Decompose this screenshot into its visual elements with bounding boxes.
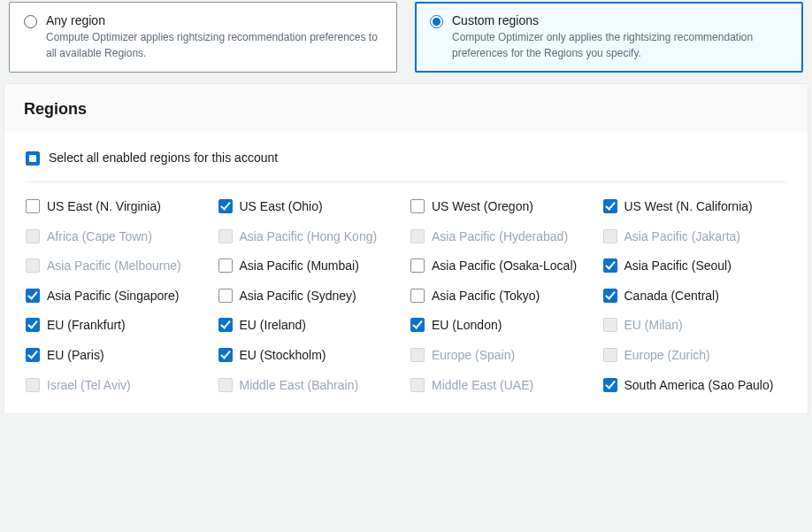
region-checkbox[interactable] xyxy=(218,348,233,362)
region-checkbox[interactable] xyxy=(410,289,425,303)
region-checkbox xyxy=(410,348,425,362)
region-label: Israel (Tel Aviv) xyxy=(47,377,131,395)
region-item[interactable]: EU (Paris) xyxy=(26,347,210,365)
region-checkbox[interactable] xyxy=(603,289,617,303)
region-label: South America (Sao Paulo) xyxy=(624,377,774,395)
regions-body: Select all enabled regions for this acco… xyxy=(4,133,808,413)
region-checkbox[interactable] xyxy=(410,199,425,213)
region-label: US East (Ohio) xyxy=(240,198,323,216)
region-item: Israel (Tel Aviv) xyxy=(26,377,210,395)
region-item: Asia Pacific (Jakarta) xyxy=(603,228,787,246)
region-label: Europe (Zurich) xyxy=(624,347,710,365)
region-checkbox xyxy=(410,229,425,243)
region-label: EU (Paris) xyxy=(47,347,104,365)
region-label: EU (Stockholm) xyxy=(240,347,326,365)
region-label: Asia Pacific (Tokyo) xyxy=(432,288,540,305)
region-item: Asia Pacific (Hong Kong) xyxy=(218,228,402,246)
region-label: Europe (Spain) xyxy=(432,347,515,365)
option-custom-desc: Compute Optimizer only applies the right… xyxy=(452,29,788,61)
region-item[interactable]: Asia Pacific (Mumbai) xyxy=(218,258,402,275)
regions-title: Regions xyxy=(24,100,788,119)
region-item[interactable]: EU (Stockholm) xyxy=(218,347,402,365)
region-checkbox[interactable] xyxy=(603,378,617,392)
region-item: Asia Pacific (Melbourne) xyxy=(26,258,210,275)
select-all-checkbox[interactable] xyxy=(26,151,40,166)
region-checkbox xyxy=(26,229,40,243)
region-checkbox[interactable] xyxy=(218,318,233,332)
region-label: Asia Pacific (Osaka-Local) xyxy=(432,258,577,275)
region-item: EU (Milan) xyxy=(603,317,787,335)
option-any-title: Any region xyxy=(46,13,382,27)
region-label: US West (Oregon) xyxy=(432,198,533,216)
option-custom-regions[interactable]: Custom regions Compute Optimizer only ap… xyxy=(415,2,803,73)
region-checkbox xyxy=(26,258,40,273)
option-custom-text: Custom regions Compute Optimizer only ap… xyxy=(452,13,788,61)
region-item[interactable]: US West (Oregon) xyxy=(410,198,594,216)
region-label: Asia Pacific (Mumbai) xyxy=(240,258,359,275)
region-item[interactable]: South America (Sao Paulo) xyxy=(603,377,787,395)
region-checkbox[interactable] xyxy=(603,199,617,213)
region-checkbox xyxy=(218,229,233,243)
region-checkbox[interactable] xyxy=(218,258,233,273)
radio-custom-regions[interactable] xyxy=(430,15,443,28)
region-label: US East (N. Virginia) xyxy=(47,198,161,216)
region-checkbox xyxy=(218,378,233,392)
region-label: Asia Pacific (Hong Kong) xyxy=(240,228,378,246)
region-checkbox[interactable] xyxy=(26,348,40,362)
region-label: Africa (Cape Town) xyxy=(47,228,152,246)
region-label: US West (N. California) xyxy=(624,198,753,216)
region-item[interactable]: Canada (Central) xyxy=(603,288,787,305)
region-item: Middle East (Bahrain) xyxy=(218,377,402,395)
region-item: Europe (Spain) xyxy=(410,347,594,365)
region-label: Middle East (Bahrain) xyxy=(240,377,359,395)
region-item: Africa (Cape Town) xyxy=(26,228,210,246)
region-checkbox[interactable] xyxy=(26,318,40,332)
region-checkbox[interactable] xyxy=(410,318,425,332)
region-checkbox[interactable] xyxy=(26,289,40,303)
region-item[interactable]: Asia Pacific (Sydney) xyxy=(218,288,402,305)
region-label: EU (London) xyxy=(432,317,502,335)
region-label: Asia Pacific (Singapore) xyxy=(47,288,179,305)
region-item[interactable]: Asia Pacific (Seoul) xyxy=(603,258,787,275)
region-label: Asia Pacific (Melbourne) xyxy=(47,258,181,275)
region-item: Middle East (UAE) xyxy=(410,377,594,395)
option-any-region[interactable]: Any region Compute Optimizer applies rig… xyxy=(9,2,397,73)
region-checkbox xyxy=(603,348,617,362)
region-label: EU (Ireland) xyxy=(240,317,306,335)
region-label: Asia Pacific (Jakarta) xyxy=(624,228,740,246)
region-option-row: Any region Compute Optimizer applies rig… xyxy=(2,2,810,83)
region-checkbox[interactable] xyxy=(218,289,233,303)
region-label: Asia Pacific (Seoul) xyxy=(624,258,732,275)
region-label: EU (Frankfurt) xyxy=(47,317,126,335)
region-checkbox xyxy=(603,318,617,332)
region-item: Asia Pacific (Hyderabad) xyxy=(410,228,594,246)
select-all-label: Select all enabled regions for this acco… xyxy=(49,150,278,165)
region-checkbox[interactable] xyxy=(26,199,40,213)
radio-any-region[interactable] xyxy=(24,15,37,28)
region-item[interactable]: EU (Frankfurt) xyxy=(26,317,210,335)
regions-panel: Regions Select all enabled regions for t… xyxy=(4,83,808,414)
region-checkbox[interactable] xyxy=(410,258,425,273)
region-checkbox[interactable] xyxy=(218,199,233,213)
region-label: Asia Pacific (Hyderabad) xyxy=(432,228,568,246)
region-item[interactable]: EU (London) xyxy=(410,317,594,335)
option-custom-title: Custom regions xyxy=(452,13,788,27)
region-item[interactable]: US West (N. California) xyxy=(603,198,787,216)
region-label: Middle East (UAE) xyxy=(432,377,533,395)
region-item[interactable]: US East (Ohio) xyxy=(218,198,402,216)
region-label: EU (Milan) xyxy=(624,317,683,335)
region-item[interactable]: Asia Pacific (Singapore) xyxy=(26,288,210,305)
region-checkbox xyxy=(603,229,617,243)
region-checkbox xyxy=(410,378,425,392)
region-item[interactable]: Asia Pacific (Tokyo) xyxy=(410,288,594,305)
select-all-row[interactable]: Select all enabled regions for this acco… xyxy=(26,150,786,182)
region-item[interactable]: Asia Pacific (Osaka-Local) xyxy=(410,258,594,275)
region-checkbox[interactable] xyxy=(603,258,617,273)
regions-grid: US East (N. Virginia)US East (Ohio)US We… xyxy=(26,198,786,394)
region-checkbox xyxy=(26,378,40,392)
option-any-text: Any region Compute Optimizer applies rig… xyxy=(46,13,382,61)
region-label: Canada (Central) xyxy=(624,288,719,305)
region-item: Europe (Zurich) xyxy=(603,347,787,365)
region-item[interactable]: US East (N. Virginia) xyxy=(26,198,210,216)
region-item[interactable]: EU (Ireland) xyxy=(218,317,402,335)
